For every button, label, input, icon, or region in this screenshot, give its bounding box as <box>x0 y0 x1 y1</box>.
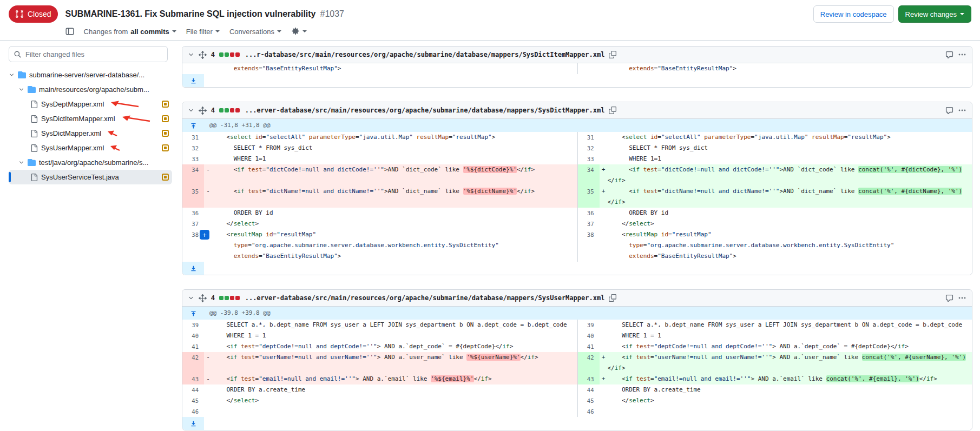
expand-diff-up-button[interactable] <box>182 307 204 320</box>
line-number[interactable]: 36 <box>182 208 204 218</box>
kebab-menu-icon[interactable] <box>958 294 966 302</box>
collapse-file-button[interactable] <box>188 51 194 58</box>
copy-path-button[interactable] <box>609 51 616 58</box>
line-number[interactable]: 33 <box>578 154 600 164</box>
kebab-menu-icon[interactable] <box>958 106 966 115</box>
chevron-down-icon[interactable] <box>18 87 24 92</box>
file-tree-toggle-button[interactable] <box>65 27 74 36</box>
tree-file-item[interactable]: SysDeptMapper.xml <box>9 97 172 111</box>
file-diff-card: 4 ...r-database/src/main/resources/org/a… <box>182 46 972 88</box>
diff-panel: 4 ...r-database/src/main/resources/org/a… <box>179 41 980 430</box>
line-number[interactable]: 45 <box>578 395 600 406</box>
tree-folder-item[interactable]: submarine-server/server-database/... <box>9 68 172 82</box>
line-number[interactable]: 38 <box>578 229 600 262</box>
line-number[interactable]: 31 <box>182 132 204 143</box>
annotation-arrow <box>110 101 140 108</box>
line-number[interactable]: 43 <box>578 374 600 384</box>
file-diff-card: 4 ...erver-database/src/main/resources/o… <box>182 102 972 275</box>
line-number[interactable]: 34 <box>182 164 204 186</box>
tree-file-item[interactable]: SysDictMapper.xml <box>9 126 172 141</box>
file-header: 4 ...erver-database/src/main/resources/o… <box>182 290 972 307</box>
tree-folder-item[interactable]: main/resources/org/apache/subm... <box>9 82 172 97</box>
line-number[interactable]: 31 <box>578 132 600 143</box>
line-number[interactable]: 41 <box>578 341 600 352</box>
file-path[interactable]: ...erver-database/src/main/resources/org… <box>245 294 605 302</box>
line-number[interactable]: 35 <box>578 186 600 208</box>
comment-icon <box>945 294 953 302</box>
copy-path-button[interactable] <box>609 294 616 302</box>
code-line: <if test="dictName!=null and dictName!='… <box>608 186 972 208</box>
code-line: WHERE 1=1 <box>608 154 972 164</box>
collapse-file-button[interactable] <box>188 295 194 301</box>
line-number[interactable]: 46 <box>578 406 600 417</box>
expand-diff-up-button[interactable] <box>182 119 204 132</box>
line-number[interactable]: 39 <box>578 320 600 330</box>
line-number[interactable] <box>578 63 600 74</box>
line-number[interactable]: 39 <box>182 320 204 330</box>
line-number[interactable]: 37 <box>578 218 600 229</box>
drag-handle-icon[interactable] <box>199 51 207 59</box>
diff-row: 36 ORDER BY id36 ORDER BY id <box>182 208 972 218</box>
filter-changed-files-input[interactable] <box>9 46 168 62</box>
drag-handle-icon[interactable] <box>199 107 207 115</box>
diff-side: 35- <if test="dictName!=null and dictNam… <box>182 186 577 208</box>
file-path[interactable]: ...r-database/src/main/resources/org/apa… <box>245 51 605 58</box>
diffstat-square <box>230 108 234 112</box>
line-number[interactable]: 32 <box>578 143 600 154</box>
line-number[interactable] <box>182 63 204 74</box>
line-number[interactable]: 46 <box>182 406 204 417</box>
expand-diff-down-button[interactable] <box>182 262 204 275</box>
line-number[interactable]: 37 <box>182 218 204 229</box>
line-number[interactable]: 36 <box>578 208 600 218</box>
line-number[interactable]: 45 <box>182 395 204 406</box>
chevron-down-icon[interactable] <box>9 72 15 78</box>
file-comment-button[interactable] <box>945 51 953 59</box>
file-comment-button[interactable] <box>945 294 953 302</box>
expand-diff-down-button[interactable] <box>182 74 204 87</box>
changes-from-dropdown[interactable]: Changes from all commits <box>84 28 176 36</box>
comment-icon <box>945 107 953 115</box>
review-changes-label: Review changes <box>905 10 957 18</box>
file-filter-dropdown[interactable]: File filter <box>186 28 220 36</box>
file-path[interactable]: ...erver-database/src/main/resources/org… <box>245 107 605 114</box>
copy-icon <box>609 294 616 302</box>
diff-row: 39 SELECT a.*, b.dept_name FROM sys_user… <box>182 320 972 330</box>
file-comment-button[interactable] <box>945 107 953 115</box>
kebab-menu-icon[interactable] <box>958 50 966 59</box>
line-number[interactable]: 40 <box>182 330 204 341</box>
line-number[interactable]: 33 <box>182 154 204 164</box>
collapse-file-button[interactable] <box>188 107 194 114</box>
tree-file-item[interactable]: SysUserServiceTest.java <box>9 170 172 184</box>
line-number[interactable]: 44 <box>578 384 600 395</box>
line-number[interactable]: 34 <box>578 164 600 186</box>
expand-diff-down-button[interactable] <box>182 417 204 430</box>
modified-file-icon <box>162 174 169 181</box>
line-number[interactable]: 35 <box>182 186 204 208</box>
review-changes-button[interactable]: Review changes <box>898 5 971 23</box>
comment-icon <box>945 51 953 59</box>
line-number[interactable]: 41 <box>182 341 204 352</box>
hunk-range-text: @@ -39,8 +39,8 @@ <box>204 307 271 320</box>
line-number[interactable]: 32 <box>182 143 204 154</box>
copy-path-button[interactable] <box>609 107 616 114</box>
add-comment-button[interactable]: + <box>200 230 209 240</box>
line-number[interactable]: 42 <box>578 352 600 374</box>
line-number[interactable]: 40 <box>578 330 600 341</box>
diff-settings-button[interactable] <box>291 27 307 36</box>
chevron-down-icon[interactable] <box>18 160 24 165</box>
conversations-dropdown[interactable]: Conversations <box>229 28 281 36</box>
diff-side: 32 SELECT * FROM sys_dict <box>577 143 972 154</box>
tree-file-item[interactable]: SysUserMapper.xml <box>9 141 172 155</box>
diffstat <box>219 108 240 112</box>
drag-handle-icon[interactable] <box>199 294 207 302</box>
file-icon <box>30 144 38 152</box>
tree-folder-item[interactable]: test/java/org/apache/submarine/s... <box>9 155 172 170</box>
line-number[interactable]: 44 <box>182 384 204 395</box>
line-number[interactable]: 42 <box>182 352 204 374</box>
review-in-codespace-button[interactable]: Review in codespace <box>813 5 894 23</box>
diff-marker <box>204 320 212 330</box>
code-line: ORDER BY a.create_time <box>212 384 577 395</box>
diff-side: 37 </select> <box>182 218 577 229</box>
tree-file-item[interactable]: SysDictItemMapper.xml <box>9 111 172 126</box>
line-number[interactable]: 43 <box>182 374 204 384</box>
